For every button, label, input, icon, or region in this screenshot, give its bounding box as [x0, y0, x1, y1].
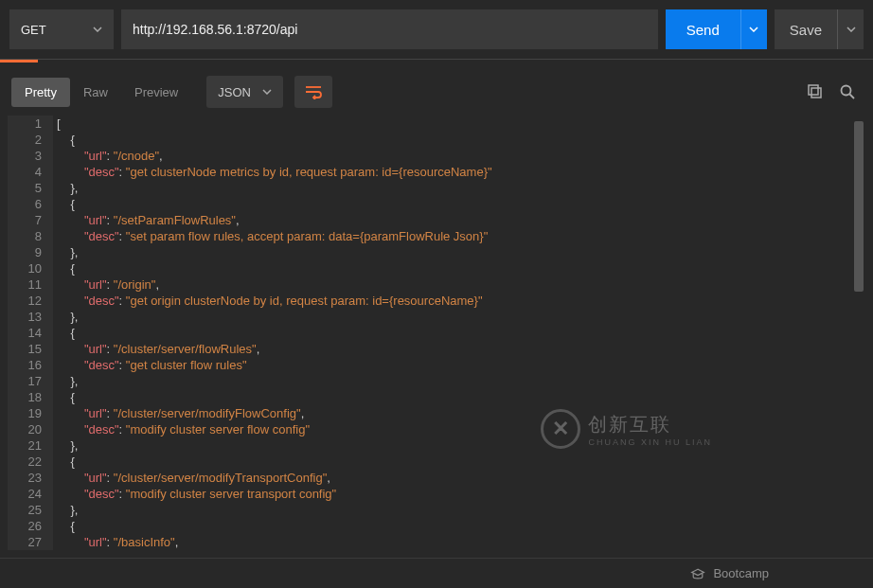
- line-content: {: [53, 196, 865, 212]
- code-line: 6 {: [8, 196, 865, 212]
- line-content: },: [53, 373, 865, 389]
- save-button-group: Save: [775, 9, 864, 49]
- line-content: "url": "/cnode",: [53, 148, 865, 164]
- line-content: [: [53, 116, 865, 132]
- code-line: 24 "desc": "modify cluster server transp…: [8, 486, 865, 502]
- line-number: 25: [8, 502, 53, 518]
- code-line: 7 "url": "/setParamFlowRules",: [8, 212, 865, 228]
- code-line: 17 },: [8, 373, 865, 389]
- footer-bootcamp-link[interactable]: Bootcamp: [713, 566, 769, 580]
- svg-rect-0: [811, 88, 821, 98]
- line-number: 20: [8, 421, 53, 437]
- code-line: 18 {: [8, 389, 865, 405]
- code-line: 27 "url": "/basicInfo",: [8, 534, 865, 550]
- code-line: 25 },: [8, 502, 865, 518]
- save-dropdown[interactable]: [837, 9, 864, 49]
- line-number: 6: [8, 196, 53, 212]
- code-line: 3 "url": "/cnode",: [8, 148, 865, 164]
- line-number: 17: [8, 373, 53, 389]
- scrollbar-thumb[interactable]: [854, 121, 864, 292]
- line-content: "desc": "get cluster flow rules": [53, 357, 865, 373]
- code-line: 2 {: [8, 132, 865, 148]
- footer: Bootcamp: [0, 558, 873, 588]
- view-mode-tabs: Pretty Raw Preview: [11, 78, 191, 107]
- send-dropdown[interactable]: [740, 9, 767, 49]
- format-value: JSON: [218, 85, 251, 99]
- line-content: "url": "/cluster/server/modifyTransportC…: [53, 470, 865, 486]
- send-button-group: Send: [666, 9, 767, 49]
- line-content: {: [53, 325, 865, 341]
- code-line: 5 },: [8, 180, 865, 196]
- line-number: 13: [8, 309, 53, 325]
- line-number: 15: [8, 341, 53, 357]
- tab-preview[interactable]: Preview: [121, 78, 191, 107]
- line-number: 14: [8, 325, 53, 341]
- line-content: {: [53, 260, 865, 276]
- copy-icon[interactable]: [807, 83, 824, 100]
- search-icon[interactable]: [839, 83, 856, 100]
- chevron-down-icon: [749, 27, 758, 32]
- line-number: 9: [8, 244, 53, 260]
- code-line: 22 {: [8, 454, 865, 470]
- bootcamp-icon: [690, 567, 705, 580]
- line-number: 8: [8, 228, 53, 244]
- line-number: 12: [8, 293, 53, 309]
- wrap-lines-button[interactable]: [294, 76, 332, 108]
- code-line: 13 },: [8, 309, 865, 325]
- code-line: 10 {: [8, 260, 865, 276]
- line-content: {: [53, 132, 865, 148]
- line-content: "desc": "set param flow rules, accept pa…: [53, 228, 865, 244]
- line-content: },: [53, 502, 865, 518]
- code-line: 1[: [8, 116, 865, 132]
- line-number: 21: [8, 437, 53, 454]
- line-content: "desc": "get clusterNode metrics by id, …: [53, 164, 865, 180]
- active-tab-indicator: [0, 60, 873, 62]
- line-number: 10: [8, 260, 53, 276]
- response-toolbar: Pretty Raw Preview JSON: [0, 68, 873, 116]
- tab-raw[interactable]: Raw: [70, 78, 121, 107]
- save-button[interactable]: Save: [775, 9, 837, 49]
- code-line: 19 "url": "/cluster/server/modifyFlowCon…: [8, 405, 865, 421]
- line-number: 7: [8, 212, 53, 228]
- chevron-down-icon: [262, 89, 272, 95]
- line-number: 2: [8, 132, 53, 148]
- line-content: "url": "/cluster/server/modifyFlowConfig…: [53, 405, 865, 421]
- line-content: },: [53, 309, 865, 325]
- line-content: },: [53, 180, 865, 196]
- code-line: 23 "url": "/cluster/server/modifyTranspo…: [8, 470, 865, 486]
- code-line: 4 "desc": "get clusterNode metrics by id…: [8, 164, 865, 180]
- response-actions: [807, 83, 862, 100]
- line-content: "url": "/setParamFlowRules",: [53, 212, 865, 228]
- line-number: 5: [8, 180, 53, 196]
- line-number: 19: [8, 405, 53, 421]
- url-input[interactable]: [121, 9, 658, 49]
- wrap-icon: [304, 84, 323, 99]
- line-number: 24: [8, 486, 53, 502]
- request-bar: GET Send Save: [0, 0, 873, 60]
- line-number: 1: [8, 116, 53, 132]
- method-select[interactable]: GET: [9, 9, 114, 49]
- code-line: 26 {: [8, 518, 865, 534]
- code-line: 11 "url": "/origin",: [8, 276, 865, 293]
- line-content: },: [53, 437, 865, 454]
- line-number: 18: [8, 389, 53, 405]
- svg-point-2: [842, 86, 851, 96]
- format-select[interactable]: JSON: [206, 76, 283, 108]
- line-number: 22: [8, 454, 53, 470]
- code-line: 9 },: [8, 244, 865, 260]
- line-number: 11: [8, 276, 53, 293]
- tab-pretty[interactable]: Pretty: [11, 78, 70, 107]
- line-content: {: [53, 454, 865, 470]
- line-number: 27: [8, 534, 53, 550]
- method-value: GET: [21, 23, 46, 37]
- code-line: 8 "desc": "set param flow rules, accept …: [8, 228, 865, 244]
- code-line: 20 "desc": "modify cluster server flow c…: [8, 421, 865, 437]
- line-number: 26: [8, 518, 53, 534]
- send-button[interactable]: Send: [666, 9, 740, 49]
- code-line: 21 },: [8, 437, 865, 454]
- line-content: "url": "/basicInfo",: [53, 534, 865, 550]
- chevron-down-icon: [93, 27, 102, 32]
- line-number: 16: [8, 357, 53, 373]
- response-body-viewer[interactable]: 1[2 {3 "url": "/cnode",4 "desc": "get cl…: [8, 116, 865, 558]
- line-content: "url": "/origin",: [53, 276, 865, 293]
